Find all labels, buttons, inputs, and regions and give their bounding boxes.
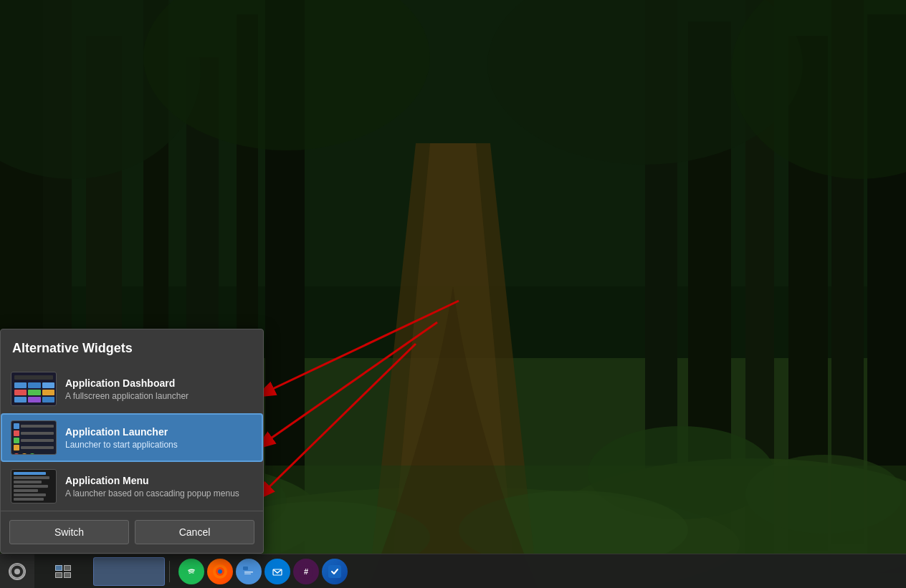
widget-item-dashboard[interactable]: Application Dashboard A fullscreen appli… — [1, 365, 263, 413]
svg-point-46 — [270, 564, 285, 579]
launcher-info: Application Launcher Launcher to start a… — [65, 426, 253, 450]
svg-point-41 — [218, 569, 222, 574]
launcher-desc: Launcher to start applications — [65, 440, 253, 450]
dialog-title: Alternative Widgets — [1, 329, 263, 365]
switch-button[interactable]: Switch — [9, 520, 129, 544]
pager-grid — [55, 565, 71, 578]
dialog-buttons: Switch Cancel — [1, 511, 263, 553]
taskbar: # — [0, 554, 906, 588]
menu-info: Application Menu A launcher based on cas… — [65, 475, 253, 498]
pager-desktop-3 — [55, 572, 62, 578]
start-button[interactable] — [0, 554, 34, 589]
spotify-icon[interactable] — [178, 559, 204, 584]
dashboard-info: Application Dashboard A fullscreen appli… — [65, 377, 253, 401]
dashboard-thumbnail — [11, 372, 57, 406]
widget-item-menu[interactable]: Application Menu A launcher based on cas… — [1, 462, 263, 511]
menu-desc: A launcher based on cascading popup menu… — [65, 488, 253, 498]
pager-desktop-2 — [64, 565, 71, 571]
menu-name: Application Menu — [65, 475, 253, 486]
menu-thumbnail — [11, 469, 57, 503]
taskbar-apps: # — [178, 559, 348, 584]
thunderbird-icon[interactable] — [264, 559, 290, 584]
svg-point-37 — [14, 569, 20, 574]
taskbar-divider-1 — [169, 561, 170, 582]
launcher-thumbnail — [11, 420, 57, 455]
launcher-name: Application Launcher — [65, 426, 253, 438]
dashboard-name: Application Dashboard — [65, 377, 253, 389]
svg-rect-44 — [244, 572, 253, 573]
active-window-button[interactable] — [93, 557, 165, 586]
kde-connect-icon[interactable] — [322, 559, 348, 584]
kde-start-icon — [9, 563, 26, 580]
svg-rect-45 — [244, 573, 251, 574]
virtual-desktop-pager[interactable] — [34, 554, 92, 589]
files-icon[interactable] — [236, 559, 262, 584]
cancel-button[interactable]: Cancel — [135, 520, 254, 544]
svg-rect-43 — [243, 567, 248, 570]
svg-point-38 — [184, 564, 199, 579]
slack-icon[interactable]: # — [293, 559, 319, 584]
svg-text:#: # — [304, 567, 308, 576]
pager-desktop-4 — [64, 572, 71, 578]
firefox-icon[interactable] — [207, 559, 233, 584]
dashboard-desc: A fullscreen application launcher — [65, 391, 253, 401]
svg-rect-50 — [328, 565, 341, 578]
pager-desktop-1 — [55, 565, 62, 571]
widget-item-launcher[interactable]: Application Launcher Launcher to start a… — [1, 413, 263, 462]
alternative-widgets-dialog: Alternative Widgets Application Dashboar… — [0, 329, 264, 554]
